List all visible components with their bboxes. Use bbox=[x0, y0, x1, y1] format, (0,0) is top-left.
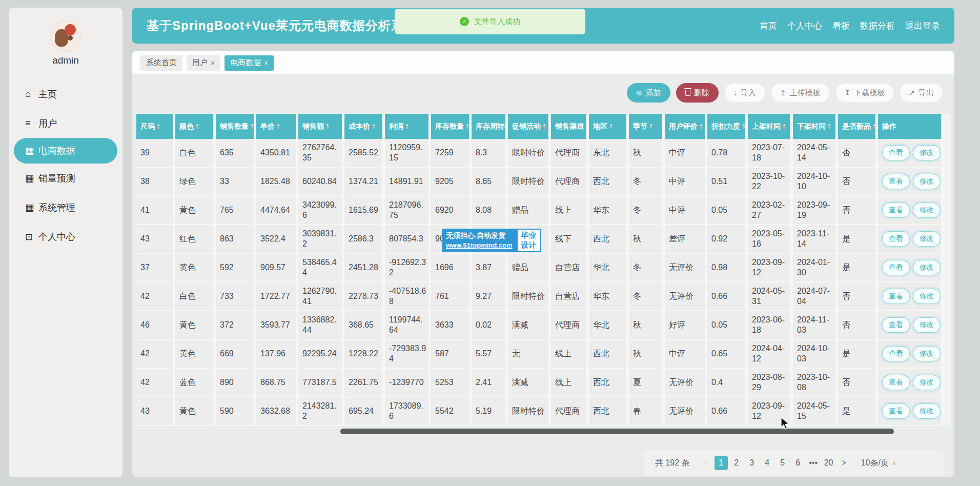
prev-page-button[interactable]: ‹ bbox=[699, 456, 712, 470]
row-action-button[interactable]: 修改 bbox=[913, 289, 941, 304]
tab[interactable]: 系统首页 bbox=[140, 55, 182, 71]
horizontal-scrollbar-thumb[interactable] bbox=[340, 429, 894, 434]
column-header[interactable]: 销售渠道▲▼ bbox=[551, 114, 589, 139]
table-cell: 1615.69 bbox=[344, 196, 385, 225]
sort-caret-icon[interactable]: ▲▼ bbox=[372, 124, 376, 130]
column-header[interactable]: 库存数量▲▼ bbox=[431, 114, 472, 139]
top-nav-link[interactable]: 数据分析 bbox=[860, 20, 895, 32]
sort-caret-icon[interactable]: ▲▼ bbox=[250, 124, 254, 130]
sidebar-item-label: 系统管理 bbox=[38, 201, 75, 214]
sort-caret-icon[interactable]: ▲▼ bbox=[542, 124, 546, 130]
page-button[interactable]: 5 bbox=[776, 456, 789, 470]
page-size-select[interactable]: 10条/页 ∨ bbox=[861, 458, 896, 469]
row-action-button[interactable]: 修改 bbox=[913, 375, 941, 390]
column-header[interactable]: 库存周转率▲▼ bbox=[472, 114, 508, 139]
page-button[interactable]: ••• bbox=[807, 456, 820, 470]
toolbar-button[interactable]: ↓ 导入 bbox=[724, 83, 765, 103]
column-header[interactable]: 地区▲▼ bbox=[589, 114, 629, 139]
top-nav-link[interactable]: 退出登录 bbox=[905, 20, 940, 32]
table-cell: 2023-07-18 bbox=[748, 139, 793, 168]
sidebar-item[interactable]: ⌂ 主页 bbox=[9, 79, 122, 109]
column-header[interactable]: 成本价▲▼ bbox=[344, 114, 385, 139]
row-action-button[interactable]: 修改 bbox=[913, 231, 941, 247]
column-header[interactable]: 促销活动▲▼ bbox=[508, 114, 551, 139]
page-button[interactable]: 6 bbox=[791, 456, 805, 470]
page-button[interactable]: 20 bbox=[822, 456, 835, 470]
column-header[interactable]: 销售数量▲▼ bbox=[216, 114, 256, 139]
sort-caret-icon[interactable]: ▲▼ bbox=[405, 124, 409, 130]
sort-caret-icon[interactable]: ▲▼ bbox=[782, 124, 786, 130]
toolbar-button[interactable]: ↥ 上传模板 bbox=[771, 83, 830, 103]
column-header[interactable]: 用户评价▲▼ bbox=[665, 114, 707, 139]
toolbar-button[interactable]: ↗ 导出 bbox=[900, 83, 943, 103]
top-nav-link[interactable]: 个人中心 bbox=[787, 20, 822, 32]
sidebar-item[interactable]: ▦ 系统管理 bbox=[9, 193, 122, 222]
sort-caret-icon[interactable]: ▲▼ bbox=[325, 124, 330, 130]
row-action-button[interactable]: 修改 bbox=[913, 145, 941, 160]
column-header[interactable]: 利润▲▼ bbox=[385, 114, 431, 139]
sort-caret-icon[interactable]: ▲▼ bbox=[742, 124, 746, 130]
row-action-button[interactable]: 查看 bbox=[882, 289, 910, 304]
page-button[interactable]: 3 bbox=[745, 456, 759, 470]
row-action-button[interactable]: 查看 bbox=[882, 403, 910, 419]
tab-close-icon[interactable]: × bbox=[264, 59, 268, 67]
sidebar-item[interactable]: ▦ 销量预测 bbox=[9, 164, 122, 193]
page-button[interactable]: 2 bbox=[730, 456, 743, 470]
column-header[interactable]: 折扣力度▲▼ bbox=[707, 114, 748, 139]
sort-caret-icon[interactable]: ▲▼ bbox=[276, 124, 280, 130]
row-action-button[interactable]: 修改 bbox=[913, 403, 941, 419]
top-nav-link[interactable]: 首页 bbox=[760, 20, 777, 32]
sort-caret-icon[interactable]: ▲▼ bbox=[649, 124, 653, 130]
row-action-button[interactable]: 修改 bbox=[913, 202, 941, 218]
table-cell: 无评价 bbox=[665, 282, 707, 311]
row-action-button[interactable]: 查看 bbox=[882, 174, 910, 189]
row-action-button[interactable]: 查看 bbox=[882, 346, 910, 361]
sort-caret-icon[interactable]: ▲▼ bbox=[585, 124, 589, 130]
column-header[interactable]: 是否新品▲▼ bbox=[838, 114, 878, 139]
sort-caret-icon[interactable]: ▲▼ bbox=[872, 124, 876, 130]
table-cell: 0.65 bbox=[707, 340, 748, 369]
sort-caret-icon[interactable]: ▲▼ bbox=[465, 124, 469, 130]
sort-caret-icon[interactable]: ▲▼ bbox=[156, 124, 160, 130]
row-action-button[interactable]: 查看 bbox=[882, 145, 910, 160]
column-header[interactable]: 季节▲▼ bbox=[629, 114, 665, 139]
page-button[interactable]: 1 bbox=[714, 456, 728, 470]
row-action-button[interactable]: 修改 bbox=[913, 317, 941, 333]
toolbar-button-label: 删除 bbox=[694, 88, 709, 98]
top-nav-link[interactable]: 看板 bbox=[832, 20, 850, 32]
sort-caret-icon[interactable]: ▲▼ bbox=[699, 124, 703, 130]
row-action-button[interactable]: 查看 bbox=[882, 260, 910, 275]
row-action-button[interactable]: 修改 bbox=[913, 174, 941, 189]
sort-caret-icon[interactable]: ▲▼ bbox=[609, 124, 613, 130]
row-action-button[interactable]: 查看 bbox=[882, 231, 910, 247]
column-header[interactable]: 上架时间▲▼ bbox=[748, 114, 793, 139]
tab-close-icon[interactable]: × bbox=[211, 59, 215, 67]
sort-caret-icon[interactable]: ▲▼ bbox=[827, 124, 831, 130]
table-cell: 秋 bbox=[629, 311, 665, 340]
table-cell: 冬 bbox=[629, 282, 665, 311]
page-button[interactable]: 4 bbox=[761, 456, 774, 470]
column-header[interactable]: 下架时间▲▼ bbox=[793, 114, 838, 139]
tab[interactable]: 用户 × bbox=[187, 55, 220, 71]
column-header[interactable]: 尺码▲▼ bbox=[136, 114, 175, 139]
sidebar-item[interactable]: ⊡ 个人中心 bbox=[9, 222, 122, 251]
table-cell: 冬 bbox=[629, 168, 665, 196]
sidebar-item[interactable]: ▦ 电商数据 bbox=[14, 138, 117, 164]
table-cell: 3522.4 bbox=[256, 225, 298, 254]
toolbar-button[interactable]: 删除 bbox=[676, 83, 719, 103]
sort-caret-icon[interactable]: ▲▼ bbox=[195, 124, 199, 130]
toolbar-button[interactable]: ⊕ 添加 bbox=[627, 83, 670, 103]
table-cell: 2278.73 bbox=[344, 282, 385, 311]
row-action-button[interactable]: 查看 bbox=[882, 202, 910, 218]
column-header[interactable]: 颜色▲▼ bbox=[175, 114, 216, 139]
row-action-button[interactable]: 修改 bbox=[913, 260, 941, 275]
column-header[interactable]: 单价▲▼ bbox=[256, 114, 298, 139]
toolbar-button[interactable]: ↧ 下载模板 bbox=[835, 83, 894, 103]
row-action-button[interactable]: 修改 bbox=[913, 346, 941, 361]
column-header[interactable]: 销售额▲▼ bbox=[298, 114, 344, 139]
row-action-button[interactable]: 查看 bbox=[882, 375, 910, 390]
next-page-button[interactable]: > bbox=[838, 456, 851, 470]
tab[interactable]: 电商数据 × bbox=[224, 55, 274, 71]
row-action-button[interactable]: 查看 bbox=[882, 317, 910, 333]
sidebar-item[interactable]: ≡ 用户 bbox=[9, 109, 122, 138]
